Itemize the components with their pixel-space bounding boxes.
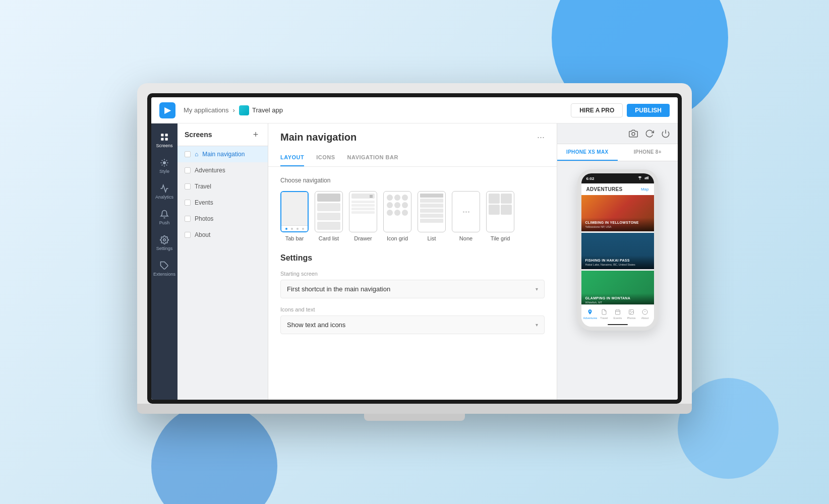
card-fishing-title: FISHING IN HAKAI PASS [585, 259, 650, 263]
svg-rect-3 [165, 138, 168, 141]
screen-item-main-navigation[interactable]: ⌂ Main navigation [177, 146, 268, 162]
tab-bar-travel[interactable]: Travel [597, 308, 611, 320]
laptop-frame: ▶ My applications › Travel app HIRE A PR… [137, 83, 692, 421]
tab-bar-events[interactable]: Events [611, 308, 624, 320]
tab-bar-photos[interactable]: Photos [624, 308, 638, 320]
starting-screen-select[interactable]: First shortcut in the main navigation ▾ [280, 280, 545, 298]
content-area: Main navigation ··· LAYOUT ICONS NAVIGAT… [268, 123, 557, 400]
hire-pro-button[interactable]: HIRE A PRO [571, 103, 623, 117]
screen-item-about[interactable]: About [177, 227, 268, 243]
nav-option-tilegrid[interactable]: Tile grid [486, 191, 514, 241]
iphone-notch [605, 173, 630, 179]
nav-option-tabbar[interactable]: Tab bar [280, 191, 309, 241]
screen-item-photos[interactable]: Photos [177, 211, 268, 227]
screens-panel: Screens + ⌂ Main navigation Adventures [177, 123, 268, 400]
svg-rect-2 [161, 138, 163, 141]
card-climbing-title: CLIMBING IN YELLOWSTONE [585, 221, 650, 225]
iphone-home-bar [581, 323, 654, 327]
screen-item-events[interactable]: Events [177, 195, 268, 211]
extensions-icon [160, 261, 169, 270]
nav-option-cardlist[interactable]: Card list [315, 191, 343, 241]
content-menu-button[interactable]: ··· [537, 132, 545, 143]
photos-tab-label: Photos [627, 317, 635, 320]
screen-checkbox-main[interactable] [185, 151, 191, 157]
cardlist-label: Card list [319, 235, 339, 241]
screen-checkbox-photos[interactable] [185, 216, 191, 222]
sidebar-item-screens[interactable]: Screens [151, 128, 177, 153]
icons-text-value: Show text and icons [287, 321, 345, 329]
layout-section: Choose navigation [268, 167, 557, 251]
sidebar-item-settings[interactable]: Settings [151, 230, 177, 256]
icongrid-label: Icon grid [387, 235, 408, 241]
refresh-icon[interactable] [644, 129, 655, 139]
breadcrumb-parent[interactable]: My applications [184, 106, 229, 114]
preview-header [557, 123, 678, 144]
add-screen-button[interactable]: + [251, 130, 261, 140]
nav-option-list[interactable]: List [418, 191, 446, 241]
screen-checkbox-about[interactable] [185, 232, 191, 238]
card-glamping-title: GLAMPING IN MONTANA [585, 296, 650, 300]
logo-button[interactable]: ▶ [159, 102, 175, 118]
preview-panel: IPHONE XS MAX IPHONE 8+ 6:02 [557, 123, 678, 400]
sidebar-label-settings: Settings [156, 246, 173, 251]
card-glamping[interactable]: GLAMPING IN MONTANA Whitefish, MT [581, 271, 654, 304]
sidebar-item-style[interactable]: Style [151, 153, 177, 179]
tab-layout[interactable]: LAYOUT [280, 149, 304, 166]
push-icon [160, 210, 169, 219]
sidebar-item-push[interactable]: Push [151, 205, 177, 230]
cardlist-wireframe [315, 191, 343, 232]
sidebar-label-analytics: Analytics [155, 195, 173, 200]
tab-icons[interactable]: ICONS [316, 149, 335, 166]
app-icon [239, 105, 249, 115]
main-layout: Screens Style [151, 123, 678, 400]
device-tab-8plus[interactable]: IPHONE 8+ [618, 144, 678, 161]
sidebar-label-extensions: Extensions [153, 272, 175, 277]
screen-label-about: About [195, 231, 210, 238]
tab-navigation-bar[interactable]: NAVIGATION BAR [347, 149, 398, 166]
iphone-status-bar: 6:02 [581, 173, 654, 183]
sidebar-item-extensions[interactable]: Extensions [151, 256, 177, 282]
svg-rect-1 [165, 134, 168, 136]
screen-checkbox-adventures[interactable] [185, 167, 191, 173]
device-tab-xs-max[interactable]: IPHONE XS MAX [557, 144, 618, 161]
iphone-status-icons [637, 176, 649, 180]
sidebar-item-analytics[interactable]: Analytics [151, 179, 177, 205]
tab-bar-adventures[interactable]: Adventures [583, 308, 598, 320]
style-icon [160, 158, 169, 167]
about-tab-icon [641, 308, 648, 316]
iphone-mockup: 6:02 ADVENT [577, 169, 658, 331]
tab-bar-about[interactable]: About [638, 308, 652, 320]
settings-section: Settings Starting screen First shortcut … [268, 251, 557, 352]
screen-item-travel[interactable]: Travel [177, 178, 268, 195]
app-header-link[interactable]: Map [641, 187, 649, 192]
tilegrid-label: Tile grid [491, 235, 510, 241]
svg-point-18 [630, 310, 631, 311]
icongrid-wireframe [383, 191, 411, 232]
camera-icon[interactable] [628, 129, 638, 139]
starting-screen-field: Starting screen First shortcut in the ma… [280, 271, 545, 298]
adventures-tab-icon [586, 308, 594, 316]
nav-option-icongrid[interactable]: Icon grid [383, 191, 411, 241]
iphone-app-header: ADVENTURES Map [581, 183, 654, 195]
icons-text-arrow: ▾ [536, 322, 538, 328]
nav-option-drawer[interactable]: Drawer [349, 191, 377, 241]
adventures-tab-label: Adventures [583, 317, 598, 320]
screen-checkbox-events[interactable] [185, 200, 191, 206]
publish-button[interactable]: PUBLISH [627, 104, 670, 117]
starting-screen-value: First shortcut in the main navigation [287, 285, 390, 293]
card-climbing-subtitle: Yellowstone NP, USA [585, 225, 650, 228]
icons-text-select[interactable]: Show text and icons ▾ [280, 316, 545, 334]
svg-point-8 [639, 179, 640, 179]
nav-options: Tab bar [280, 191, 545, 241]
iphone-scroll-area: CLIMBING IN YELLOWSTONE Yellowstone NP, … [581, 195, 654, 304]
screen-checkbox-travel[interactable] [185, 183, 191, 190]
power-icon[interactable] [661, 129, 671, 139]
card-climbing[interactable]: CLIMBING IN YELLOWSTONE Yellowstone NP, … [581, 195, 654, 231]
nav-option-none[interactable]: None [452, 191, 480, 241]
screen-item-adventures[interactable]: Adventures [177, 162, 268, 178]
screen-label-events: Events [195, 199, 213, 206]
settings-icon [160, 235, 169, 244]
card-fishing[interactable]: FISHING IN HAKAI PASS Hakai Lake, Nanaim… [581, 233, 654, 269]
settings-title: Settings [280, 254, 545, 263]
sidebar-label-style: Style [159, 169, 169, 174]
